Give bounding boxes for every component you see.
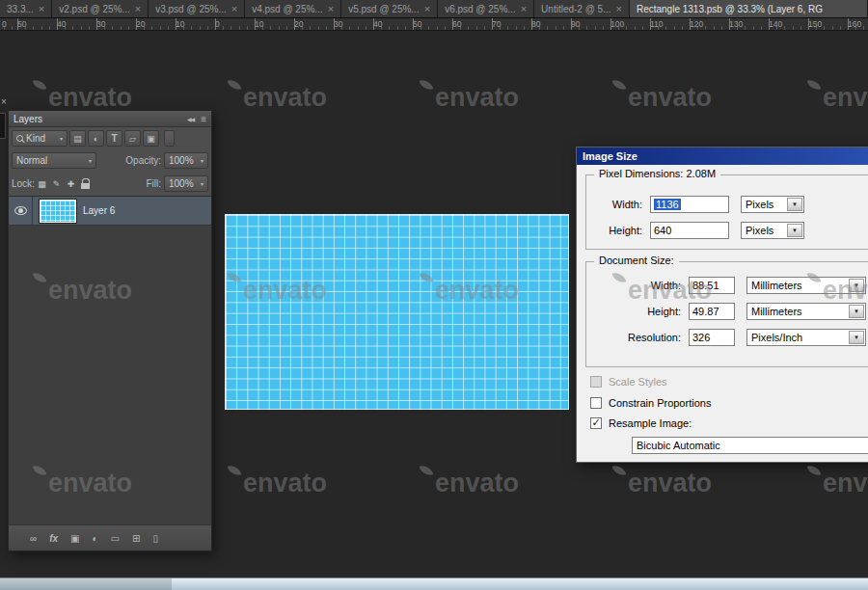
envato-watermark: envato bbox=[229, 85, 327, 111]
eye-icon bbox=[14, 206, 27, 215]
resample-method-select[interactable]: Bicubic Automatic ▼ bbox=[632, 437, 868, 454]
envato-watermark: envato bbox=[613, 85, 712, 111]
chevron-down-icon: ▾ bbox=[89, 157, 92, 164]
constrain-proportions-checkbox-row: ✓ Constrain Proportions bbox=[590, 396, 711, 410]
constrain-proportions-checkbox[interactable]: ✓ bbox=[590, 397, 602, 409]
new-layer-icon[interactable]: ⊞ bbox=[132, 533, 140, 544]
pixel-width-unit-select[interactable]: Pixels ▼ bbox=[741, 196, 804, 213]
filter-shape-layers-button[interactable]: ▱ bbox=[124, 130, 141, 147]
horizontal-ruler: 0504030201001020304050607080901001101201… bbox=[0, 18, 868, 31]
checkmark-icon: ✓ bbox=[591, 417, 600, 428]
blend-mode-select[interactable]: Normal ▾ bbox=[12, 152, 96, 169]
lock-transparency-icon[interactable]: ▦ bbox=[35, 179, 49, 189]
pixel-height-input[interactable]: 640 bbox=[650, 222, 729, 239]
image-size-dialog: Image Size Pixel Dimensions: 2.08M Width… bbox=[576, 147, 868, 463]
document-tab[interactable]: v5.psd @ 25%...× bbox=[341, 0, 438, 18]
collapsed-dock-tab[interactable] bbox=[0, 113, 6, 139]
panel-menu-icon[interactable]: ≡ bbox=[201, 114, 206, 124]
ruler-label: 60 bbox=[452, 19, 461, 29]
document-tab[interactable]: v2.psd @ 25%...× bbox=[52, 0, 149, 18]
tab-close-icon[interactable]: × bbox=[328, 4, 334, 14]
dropdown-arrow-button[interactable]: ▼ bbox=[787, 224, 802, 237]
doc-height-unit-select[interactable]: Millimeters ▼ bbox=[746, 303, 866, 320]
filter-adjustment-layers-button[interactable]: ◐ bbox=[88, 130, 104, 147]
document-canvas[interactable] bbox=[225, 214, 569, 410]
input-text: 326 bbox=[692, 332, 710, 343]
dropdown-arrow-icon: ▼ bbox=[792, 201, 798, 207]
unit-value: Pixels bbox=[746, 199, 773, 210]
dialog-titlebar[interactable]: Image Size bbox=[577, 148, 868, 165]
document-size-group: Document Size: Width: 88.51 Millimeters … bbox=[585, 261, 868, 367]
tab-close-icon[interactable]: × bbox=[424, 4, 430, 14]
document-tab[interactable]: v3.psd @ 25%...× bbox=[149, 0, 245, 18]
tab-close-icon[interactable]: × bbox=[521, 4, 527, 14]
doc-height-input[interactable]: 49.87 bbox=[689, 303, 735, 320]
opacity-select[interactable]: 100% ▾ bbox=[164, 152, 208, 169]
fill-select[interactable]: 100% ▾ bbox=[164, 175, 208, 192]
layers-panel-header[interactable]: Layers ◀◀ ≡ bbox=[9, 111, 211, 127]
layer-name: Layer 6 bbox=[83, 205, 115, 216]
new-group-icon[interactable]: ▭ bbox=[111, 533, 120, 544]
document-tab[interactable]: 33.3...× bbox=[0, 0, 52, 18]
pixel-height-unit-select[interactable]: Pixels ▼ bbox=[741, 222, 804, 239]
filter-smart-objects-button[interactable]: ▣ bbox=[143, 130, 159, 147]
doc-width-input[interactable]: 88.51 bbox=[689, 277, 735, 294]
resolution-input[interactable]: 326 bbox=[689, 329, 735, 346]
adjustment-layer-icon[interactable]: ◐ bbox=[93, 533, 98, 544]
resample-image-checkbox[interactable]: ✓ bbox=[590, 417, 602, 429]
dropdown-arrow-button[interactable]: ▼ bbox=[849, 279, 864, 292]
tab-title: v2.psd @ 25%... bbox=[59, 4, 130, 14]
document-tab[interactable]: Rectangle 1313.psb @ 33.3% (Layer 6, RG bbox=[630, 0, 868, 18]
ruler-label: 160 bbox=[848, 19, 861, 29]
tab-title: Untitled-2 @ 5... bbox=[541, 4, 610, 14]
resolution-unit-select[interactable]: Pixels/Inch ▼ bbox=[746, 329, 866, 346]
dropdown-arrow-button[interactable]: ▼ bbox=[849, 331, 864, 344]
tab-close-icon[interactable]: × bbox=[39, 4, 44, 14]
chevron-down-icon: ▾ bbox=[201, 157, 203, 164]
ruler-label: 90 bbox=[571, 19, 580, 29]
doc-width-unit-select[interactable]: Millimeters ▼ bbox=[746, 277, 866, 294]
scale-styles-checkbox-row: ✓ Scale Styles bbox=[590, 375, 667, 389]
layer-thumbnail[interactable] bbox=[40, 200, 76, 223]
layer-row[interactable]: Layer 6 bbox=[9, 197, 211, 226]
collapse-panel-icon[interactable]: ◀◀ bbox=[187, 116, 194, 122]
scale-styles-checkbox[interactable]: ✓ bbox=[590, 376, 602, 388]
visibility-toggle[interactable] bbox=[9, 197, 33, 225]
envato-leaf-icon bbox=[612, 464, 627, 478]
tab-close-icon[interactable]: × bbox=[135, 4, 141, 14]
lock-all-icon[interactable] bbox=[78, 177, 92, 190]
envato-leaf-icon bbox=[33, 78, 47, 93]
delete-layer-icon[interactable]: ▯ bbox=[152, 533, 158, 544]
document-tab[interactable]: v6.psd @ 25%...× bbox=[438, 0, 534, 18]
document-tab[interactable]: v4.psd @ 25%...× bbox=[245, 0, 341, 18]
ruler-label: 140 bbox=[769, 19, 782, 29]
layers-panel-footer: ∞ fx ▣ ◐ ▭ ⊞ ▯ bbox=[9, 524, 211, 550]
envato-watermark: envato bbox=[229, 470, 327, 496]
pixel-dimensions-legend: Pixel Dimensions: 2.08M bbox=[594, 168, 720, 179]
filter-kind-select[interactable]: Kind ▾ bbox=[12, 130, 68, 147]
filter-pixel-layers-button[interactable]: ▤ bbox=[69, 130, 86, 147]
width-label: Width: bbox=[594, 280, 681, 291]
tab-title: 33.3... bbox=[7, 4, 34, 14]
filter-switch-button[interactable] bbox=[164, 130, 175, 147]
dock-close-icon[interactable]: × bbox=[1, 96, 7, 107]
layer-style-fx-icon[interactable]: fx bbox=[49, 533, 58, 544]
blend-options-row: Normal ▾ Opacity: 100% ▾ bbox=[9, 149, 211, 172]
lock-move-icon[interactable]: ✚ bbox=[64, 179, 78, 189]
add-mask-icon[interactable]: ▣ bbox=[70, 533, 79, 544]
tab-title: v3.psd @ 25%... bbox=[155, 4, 227, 14]
fill-label: Fill: bbox=[146, 178, 161, 189]
watermark-text: envato bbox=[628, 85, 712, 111]
tab-close-icon[interactable]: × bbox=[231, 4, 237, 14]
envato-watermark: envato bbox=[420, 85, 519, 111]
layers-panel: Layers ◀◀ ≡ Kind ▾ ▤ ◐ T ▱ ▣ Normal ▾ Op… bbox=[8, 110, 212, 551]
document-tab[interactable]: Untitled-2 @ 5...× bbox=[534, 0, 630, 18]
watermark-text: envato bbox=[48, 85, 132, 111]
link-layers-icon[interactable]: ∞ bbox=[30, 533, 37, 544]
filter-type-layers-button[interactable]: T bbox=[106, 130, 122, 147]
dropdown-arrow-button[interactable]: ▼ bbox=[787, 198, 802, 211]
tab-close-icon[interactable]: × bbox=[616, 4, 622, 14]
pixel-width-input[interactable]: 1136 bbox=[650, 196, 729, 213]
lock-paint-icon[interactable]: ✎ bbox=[49, 179, 64, 189]
dropdown-arrow-button[interactable]: ▼ bbox=[849, 305, 864, 318]
